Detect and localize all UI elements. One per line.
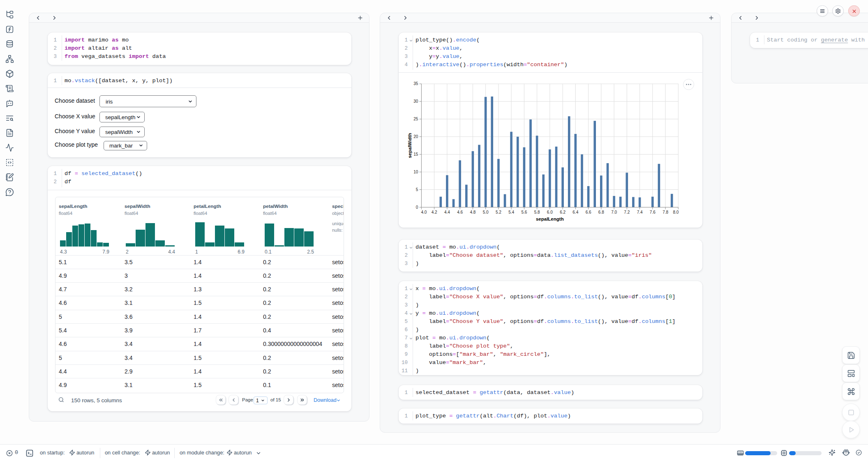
svg-text:6.4: 6.4	[573, 210, 578, 214]
svg-text:4.8: 4.8	[470, 210, 476, 214]
svg-text:7.2: 7.2	[624, 210, 630, 214]
svg-text:10: 10	[413, 170, 418, 174]
svg-text:8.0: 8.0	[673, 210, 679, 214]
svg-text:7.0: 7.0	[611, 210, 617, 214]
svg-text:5.8: 5.8	[534, 210, 540, 214]
svg-text:25: 25	[413, 117, 418, 121]
svg-text:5: 5	[416, 187, 418, 192]
svg-text:5.6: 5.6	[521, 210, 527, 214]
svg-text:6.8: 6.8	[598, 210, 604, 214]
svg-text:sepalLength: sepalLength	[536, 217, 564, 221]
svg-text:5.2: 5.2	[496, 210, 501, 214]
svg-text:6.6: 6.6	[586, 210, 591, 214]
svg-text:7.8: 7.8	[663, 210, 668, 214]
svg-text:15: 15	[413, 152, 418, 157]
svg-text:5.0: 5.0	[483, 210, 489, 214]
svg-text:35: 35	[413, 81, 418, 86]
svg-text:20: 20	[413, 134, 418, 139]
svg-text:5.4: 5.4	[508, 210, 514, 214]
svg-text:7.4: 7.4	[637, 210, 643, 214]
svg-text:4.6: 4.6	[457, 210, 463, 214]
svg-text:4.0: 4.0	[421, 210, 427, 214]
svg-text:4.2: 4.2	[432, 210, 437, 214]
svg-text:6.2: 6.2	[560, 210, 566, 214]
svg-text:6.0: 6.0	[547, 210, 553, 214]
svg-text:30: 30	[413, 99, 418, 104]
svg-text:sepalWidth: sepalWidth	[407, 133, 412, 158]
svg-text:7.6: 7.6	[650, 210, 656, 214]
svg-text:0: 0	[416, 205, 418, 210]
svg-text:4.4: 4.4	[444, 210, 450, 214]
